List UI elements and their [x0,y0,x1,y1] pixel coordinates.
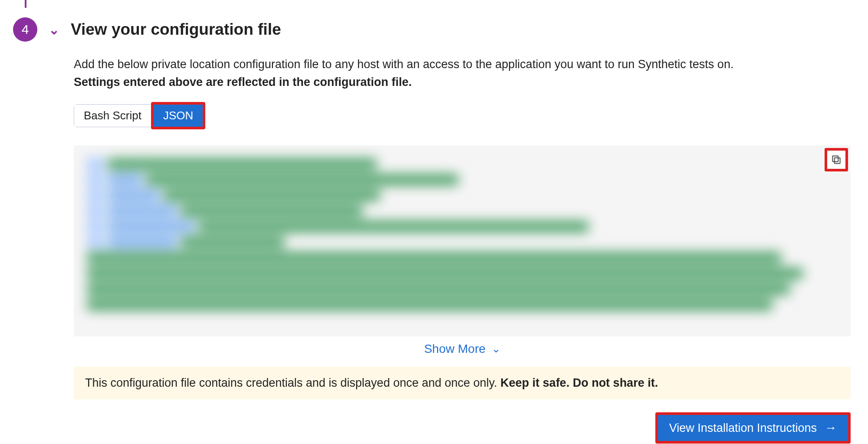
show-more-link[interactable]: Show More ⌄ [424,342,500,356]
json-tab-highlight: JSON [151,102,205,129]
config-code-panel [74,145,851,336]
json-tab[interactable]: JSON [154,105,203,127]
cta-highlight: View Installation Instructions → [655,412,851,444]
warning-bold: Keep it safe. Do not share it. [500,376,658,389]
chevron-down-icon: ⌄ [492,343,500,355]
step-number-badge: 4 [13,17,37,42]
section-description: Add the below private location configura… [74,56,733,91]
description-line1: Add the below private location configura… [74,58,733,71]
description-line2: Settings entered above are reflected in … [74,76,412,89]
arrow-right-icon: → [825,421,837,435]
format-toggle-group: Bash Script JSON [74,104,203,127]
copy-icon [831,154,842,165]
copy-button[interactable] [825,148,848,171]
blurred-config-content [87,158,816,328]
svg-rect-1 [832,156,838,161]
credentials-warning-banner: This configuration file contains credent… [74,367,851,399]
svg-rect-0 [835,158,840,164]
chevron-down-icon[interactable]: ⌄ [49,22,59,37]
step-connector-line [25,0,26,8]
warning-text: This configuration file contains credent… [85,376,500,389]
bash-script-tab[interactable]: Bash Script [74,105,151,127]
show-more-row: Show More ⌄ [74,342,851,356]
section-header: 4 ⌄ View your configuration file [13,17,281,42]
view-installation-instructions-button[interactable]: View Installation Instructions → [658,415,848,441]
section-title: View your configuration file [71,20,281,39]
show-more-label: Show More [424,342,486,356]
cta-label: View Installation Instructions [669,421,817,435]
